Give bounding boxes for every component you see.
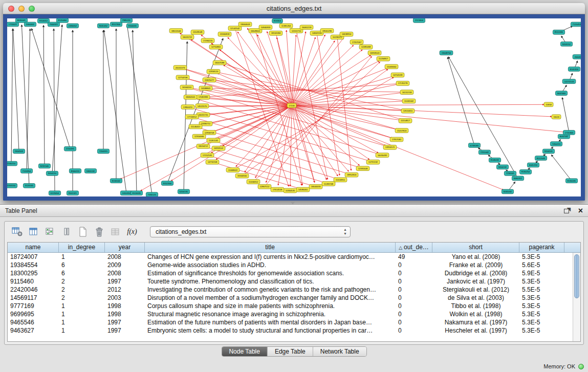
table-disabled-button[interactable] xyxy=(108,225,123,239)
graph-node[interactable]: 12958120 xyxy=(207,69,220,74)
graph-node[interactable]: 8146032 xyxy=(489,158,500,163)
graph-node[interactable]: 9501321 xyxy=(67,191,78,195)
graph-node[interactable]: 14638954 xyxy=(340,32,353,36)
delete-table-button[interactable] xyxy=(92,225,107,239)
cell-title[interactable]: Genome-wide association studies in ADHD. xyxy=(145,261,396,269)
cell-title[interactable]: Disruption of a novel member of a sodium… xyxy=(145,294,396,302)
graph-node[interactable]: 11154817 xyxy=(399,119,412,123)
graph-node[interactable]: 8460312 xyxy=(512,176,524,181)
graph-node[interactable]: 10731132 xyxy=(366,160,380,164)
graph-node[interactable]: 15318951 xyxy=(334,178,347,182)
cell-pagerank[interactable]: 5.3E-5 xyxy=(519,326,564,335)
graph-node[interactable]: 17357067 xyxy=(350,40,363,45)
network-canvas[interactable]: 1724018612044160207221202854817284220127… xyxy=(7,18,581,196)
graph-node[interactable]: 14702039 xyxy=(391,73,404,77)
cell-short[interactable]: Yano et al. (2008) xyxy=(432,253,519,261)
cell-name[interactable]: 22420046 xyxy=(8,286,59,294)
graph-node[interactable]: 19664609 xyxy=(238,22,252,27)
graph-node[interactable]: 16959503 xyxy=(368,51,381,55)
graph-node[interactable]: 2494052 xyxy=(67,24,78,28)
graph-node[interactable]: 5905132 xyxy=(84,169,96,173)
edit-table-button[interactable] xyxy=(42,225,58,239)
graph-node[interactable]: 17135278 xyxy=(396,81,409,86)
cell-in_degree[interactable]: 2 xyxy=(59,286,105,294)
cell-year[interactable]: 1997 xyxy=(105,277,145,286)
cell-out_de[interactable]: 0 xyxy=(396,294,432,302)
table-row[interactable]: 911546021997Tourette syndrome. Phenomeno… xyxy=(8,277,573,286)
graph-node[interactable]: 7230541 xyxy=(504,171,516,176)
cell-short[interactable]: de Silva et al. (2003) xyxy=(432,294,519,302)
graph-node[interactable]: 17726912 xyxy=(185,115,199,119)
graph-node[interactable]: 18162084 xyxy=(269,31,282,36)
scrollbar-thumb[interactable] xyxy=(574,254,579,298)
graph-node[interactable]: 6204135 xyxy=(178,189,189,194)
cell-short[interactable]: Jankovic et al. (1997) xyxy=(432,277,519,286)
cell-in_degree[interactable]: 6 xyxy=(59,261,105,269)
table-row[interactable]: 1830029562008Estimation of significance … xyxy=(8,269,573,277)
graph-node[interactable]: 12272103 xyxy=(562,79,576,84)
cell-title[interactable]: Structural magnetic resonance image aver… xyxy=(145,310,396,318)
graph-node[interactable]: 18612044 xyxy=(169,29,183,33)
cell-year[interactable]: 2012 xyxy=(105,286,145,294)
graph-node[interactable]: 9054132 xyxy=(496,165,508,169)
cell-short[interactable]: Nakamura et al. (1997) xyxy=(432,318,519,326)
cell-pagerank[interactable]: 5.3E-5 xyxy=(519,318,564,326)
cell-in_degree[interactable]: 2 xyxy=(59,277,105,286)
graph-node[interactable]: 8130542 xyxy=(110,179,122,183)
tab-node-table[interactable]: Node Table xyxy=(222,347,268,356)
cell-year[interactable]: 2009 xyxy=(105,261,145,269)
cell-title[interactable]: Investigating the contribution of common… xyxy=(145,286,396,294)
graph-node[interactable]: 17252591 xyxy=(201,153,214,158)
graph-node[interactable]: 8560213 xyxy=(69,169,81,173)
graph-node[interactable]: 17284220 xyxy=(201,38,214,43)
row-options-button[interactable] xyxy=(59,225,74,239)
graph-node[interactable]: 22060818 xyxy=(218,32,231,36)
graph-node[interactable]: 15958 xyxy=(544,102,553,107)
cell-pagerank[interactable]: 5.9E-5 xyxy=(519,269,564,277)
graph-node[interactable]: 816304 xyxy=(272,18,283,23)
column-header-in_degree[interactable]: in_degree xyxy=(59,243,105,252)
graph-node[interactable]: 15057824 xyxy=(395,128,408,133)
graph-node[interactable]: 10364535 xyxy=(284,188,297,193)
graph-node[interactable]: 16024 xyxy=(552,115,561,119)
cell-year[interactable]: 1997 xyxy=(105,318,145,326)
cell-year[interactable]: 2008 xyxy=(105,253,145,261)
cell-title[interactable]: Changes of HCN gene expression and I(f) … xyxy=(145,253,396,261)
cell-out_de[interactable]: 0 xyxy=(396,310,432,318)
graph-node[interactable]: 17081983 xyxy=(197,95,210,99)
graph-node[interactable]: 17957081 xyxy=(390,137,403,142)
graph-node[interactable]: 7430125 xyxy=(146,192,158,196)
table-selector-combobox[interactable]: citations_edges.txt ▲▼ xyxy=(150,226,351,237)
graph-node[interactable]: 17240 xyxy=(287,103,296,108)
graph-node[interactable]: 3120545 xyxy=(23,184,35,188)
graph-node[interactable]: 7204315 xyxy=(97,149,109,154)
column-header-year[interactable]: year xyxy=(105,243,145,252)
cell-out_de[interactable]: 0 xyxy=(396,326,432,335)
graph-node[interactable]: 8512043 xyxy=(535,156,547,161)
cell-name[interactable]: 18300295 xyxy=(8,269,59,277)
window-titlebar[interactable]: citations_edges.txt xyxy=(3,3,585,14)
graph-node[interactable]: 9245032 xyxy=(502,189,513,194)
cell-year[interactable]: 1998 xyxy=(105,310,145,318)
table-row[interactable]: 969969511998Structural magnetic resonanc… xyxy=(8,310,573,318)
cell-title[interactable]: Embryonic stem cells: a model to study s… xyxy=(145,326,396,335)
graph-node[interactable]: 1530214 xyxy=(7,161,17,166)
cell-short[interactable]: Tibbo et al. (1998) xyxy=(432,302,519,310)
graph-node[interactable]: 8512430 xyxy=(553,30,564,35)
cell-title[interactable]: Estimation of significance thresholds fo… xyxy=(145,269,396,277)
graph-node[interactable]: 11668622 xyxy=(226,168,239,172)
graph-node[interactable]: 15069464 xyxy=(385,64,398,69)
graph-node[interactable]: 15336912 xyxy=(247,180,260,184)
graph-node[interactable]: 7985231 xyxy=(120,18,132,23)
cell-in_degree[interactable]: 1 xyxy=(59,310,105,318)
graph-node[interactable]: 9130254 xyxy=(519,170,531,174)
table-row[interactable]: 1456911722003Disruption of a novel membe… xyxy=(8,294,573,302)
graph-node[interactable]: 9203152 xyxy=(560,42,572,47)
graph-node[interactable]: 2064402 xyxy=(24,22,36,27)
graph-node[interactable]: 12354066 xyxy=(192,134,206,139)
graph-node[interactable]: 8105324 xyxy=(568,67,580,72)
cell-out_de[interactable]: 0 xyxy=(396,269,432,277)
graph-node[interactable]: 19561296 xyxy=(320,29,334,33)
graph-node[interactable]: 12028548 xyxy=(191,30,204,35)
graph-node[interactable]: 17614558 xyxy=(271,187,284,192)
